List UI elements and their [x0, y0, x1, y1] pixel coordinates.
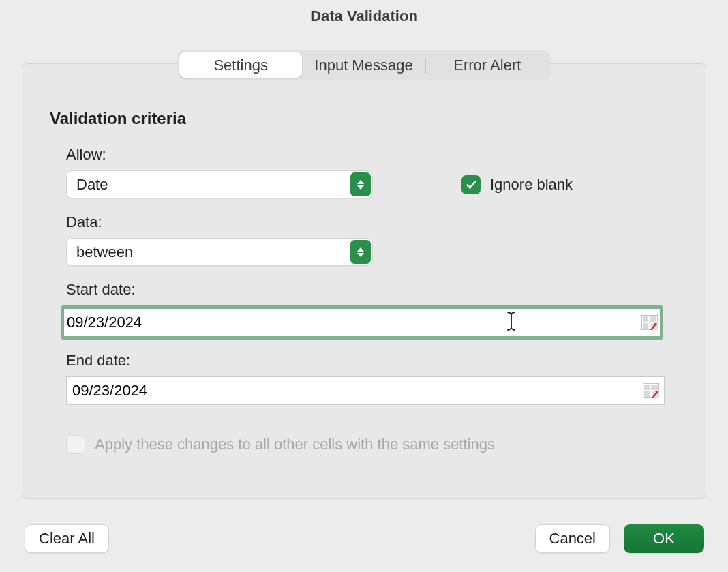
ignore-blank-label: Ignore blank: [490, 176, 573, 194]
svg-rect-2: [650, 316, 656, 322]
settings-panel: Validation criteria Allow: Date: [22, 63, 706, 499]
start-date-label: Start date:: [66, 281, 678, 299]
end-date-input[interactable]: [66, 376, 665, 405]
ok-button[interactable]: OK: [624, 524, 704, 553]
tab-error-alert[interactable]: Error Alert: [426, 52, 549, 78]
data-row: between: [66, 238, 678, 266]
data-label: Data:: [66, 213, 678, 231]
end-date-field-wrap: [66, 376, 665, 405]
button-label: Cancel: [549, 530, 596, 547]
allow-select-box[interactable]: Date: [66, 170, 373, 198]
ignore-blank-row: Ignore blank: [461, 175, 573, 194]
dialog-footer: Clear All Cancel OK: [25, 524, 704, 553]
titlebar: Data Validation: [0, 0, 728, 33]
tab-label: Settings: [213, 57, 268, 74]
button-label: OK: [653, 530, 675, 547]
apply-all-label: Apply these changes to all other cells w…: [95, 436, 495, 453]
clear-all-button[interactable]: Clear All: [25, 524, 109, 553]
apply-all-checkbox: [66, 435, 85, 454]
allow-value: Date: [76, 176, 108, 194]
data-select[interactable]: between: [66, 238, 373, 266]
up-down-icon[interactable]: [350, 240, 371, 264]
end-date-row: [66, 376, 678, 405]
cell-reference-icon[interactable]: [641, 315, 658, 330]
allow-row: Date Ignore blank: [66, 170, 678, 198]
data-select-box[interactable]: between: [66, 238, 373, 266]
tab-label: Error Alert: [453, 57, 521, 74]
up-down-icon[interactable]: [350, 172, 371, 196]
button-label: Clear All: [39, 530, 95, 547]
svg-rect-1: [643, 316, 648, 322]
tab-input-message[interactable]: Input Message: [302, 52, 425, 78]
svg-rect-3: [643, 323, 648, 329]
tab-label: Input Message: [314, 57, 412, 74]
svg-rect-7: [644, 385, 650, 390]
form-area: Allow: Date Ignore blank: [66, 146, 678, 454]
section-heading: Validation criteria: [50, 109, 678, 128]
allow-label: Allow:: [66, 146, 678, 164]
start-date-field-wrap: [61, 305, 663, 340]
footer-right-group: Cancel OK: [535, 524, 704, 553]
end-date-label: End date:: [66, 352, 678, 370]
check-icon: [465, 179, 477, 191]
start-date-input[interactable]: [61, 305, 663, 340]
svg-rect-8: [651, 385, 658, 390]
svg-rect-9: [644, 391, 650, 397]
tab-settings[interactable]: Settings: [179, 52, 302, 78]
allow-select[interactable]: Date: [66, 170, 373, 198]
start-date-row: [61, 305, 678, 340]
ignore-blank-checkbox[interactable]: [461, 175, 481, 194]
data-value: between: [76, 243, 133, 261]
dialog-title: Data Validation: [310, 7, 418, 25]
tab-bar: Settings Input Message Error Alert: [177, 50, 551, 80]
apply-all-row: Apply these changes to all other cells w…: [66, 435, 678, 454]
cancel-button[interactable]: Cancel: [535, 524, 610, 553]
cell-reference-icon[interactable]: [643, 383, 659, 398]
